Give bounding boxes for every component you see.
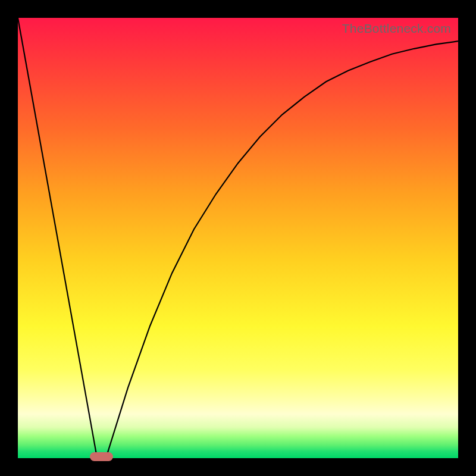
chart-frame: TheBottleneck.com — [0, 0, 476, 476]
optimum-marker — [90, 452, 112, 461]
bottleneck-curve — [18, 18, 458, 458]
curve-path — [18, 18, 458, 458]
plot-area: TheBottleneck.com — [18, 18, 458, 458]
